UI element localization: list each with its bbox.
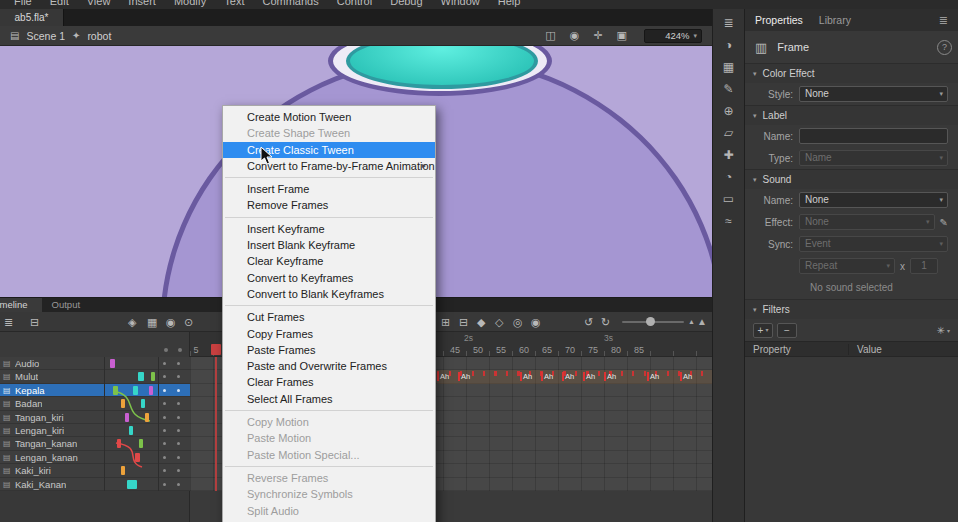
edit-envelope-icon[interactable]: ✎ xyxy=(940,217,948,228)
menu-item-create-shape-tween[interactable]: Create Shape Tween xyxy=(223,125,435,141)
menu-item-paste-motion[interactable]: Paste Motion xyxy=(223,430,435,446)
timeline-menu-icon[interactable]: ≣ xyxy=(4,312,13,332)
help-icon[interactable]: ? xyxy=(937,40,952,55)
layer-lock-dot[interactable] xyxy=(177,456,180,459)
layer-lock-dot[interactable] xyxy=(177,483,180,486)
transform-icon[interactable]: ▱ xyxy=(724,127,733,140)
menu-item-convert-to-blank-keyframes[interactable]: Convert to Blank Keyframes xyxy=(223,286,435,302)
menu-item-convert-to-keyframes[interactable]: Convert to Keyframes xyxy=(223,270,435,286)
motion-editor-icon[interactable]: ≈ xyxy=(725,215,732,228)
menu-item-cut-frames[interactable]: Cut Frames xyxy=(223,309,435,325)
menu-item-synchronize-symbols[interactable]: Synchronize Symbols xyxy=(223,486,435,502)
onion-skin-icon[interactable]: ◎ xyxy=(513,312,523,332)
menu-item-clear-keyframe[interactable]: Clear Keyframe xyxy=(223,253,435,269)
tab-output[interactable]: Output xyxy=(42,298,91,312)
layer-row-tangan_kiri[interactable]: ▤Tangan_kiri xyxy=(0,411,190,424)
insert-blank-keyframe-icon[interactable]: ◇ xyxy=(495,312,503,332)
layer-visibility-dot[interactable] xyxy=(163,375,166,378)
layer-lock-dot[interactable] xyxy=(177,389,180,392)
style-select[interactable]: None xyxy=(799,86,948,102)
menubar-item-edit[interactable]: Edit xyxy=(50,0,69,8)
history-icon[interactable]: ◔ xyxy=(725,171,732,184)
layer-visibility-dot[interactable] xyxy=(163,483,166,486)
info-icon[interactable]: ⊕ xyxy=(723,105,733,118)
menu-item-paste-motion-special[interactable]: Paste Motion Special... xyxy=(223,447,435,463)
brushes-icon[interactable]: ✎ xyxy=(723,83,733,96)
layer-row-lengan_kanan[interactable]: ▤Lengan_kanan xyxy=(0,451,190,464)
menu-item-reverse-frames[interactable]: Reverse Frames xyxy=(223,470,435,486)
tab-library[interactable]: Library xyxy=(819,14,851,26)
show-all-layers-icon[interactable]: ◉ xyxy=(166,312,176,332)
keyframe-view-icon[interactable]: ◈ xyxy=(128,312,136,332)
menubar-item-view[interactable]: View xyxy=(87,0,111,8)
stage-center-icon[interactable]: ▣ xyxy=(617,29,627,42)
collapse-panels-icon[interactable]: ≣ xyxy=(723,17,733,30)
sound-repeat-select[interactable]: Repeat xyxy=(799,258,895,274)
layer-lock-dot[interactable] xyxy=(177,362,180,365)
layer-visibility-dot[interactable] xyxy=(163,469,166,472)
section-label[interactable]: ▾ Label xyxy=(745,105,958,125)
scene-icon[interactable]: ▭ xyxy=(723,193,734,206)
layer-lock-dot[interactable] xyxy=(177,416,180,419)
menu-item-create-motion-tween[interactable]: Create Motion Tween xyxy=(223,109,435,125)
layer-visibility-dot[interactable] xyxy=(163,389,166,392)
label-name-input[interactable] xyxy=(799,128,948,144)
layer-visibility-dot[interactable] xyxy=(163,442,166,445)
onion-skin-outline-icon[interactable]: ◉ xyxy=(531,312,541,332)
layer-visibility-dot[interactable] xyxy=(163,402,166,405)
menubar-item-debug[interactable]: Debug xyxy=(390,0,422,8)
layer-row-kaki_kanan[interactable]: ▤Kaki_Kanan xyxy=(0,478,190,491)
menubar-item-window[interactable]: Window xyxy=(441,0,480,8)
layer-row-mulut[interactable]: ▤Mulut xyxy=(0,370,190,383)
scene-breadcrumb[interactable]: Scene 1 xyxy=(26,30,65,42)
zoom-in-frames-icon[interactable]: ▲ xyxy=(697,312,707,332)
section-color-effect[interactable]: ▾ Color Effect xyxy=(745,63,958,83)
menu-item-insert-keyframe[interactable]: Insert Keyframe xyxy=(223,221,435,237)
sound-name-select[interactable]: None xyxy=(799,192,948,208)
menu-item-copy-motion[interactable]: Copy Motion xyxy=(223,414,435,430)
add-filter-button[interactable]: + ▾ xyxy=(753,323,773,338)
step-forward-icon[interactable]: ↻ xyxy=(601,312,610,332)
layer-lock-dot[interactable] xyxy=(177,375,180,378)
menu-item-copy-frames[interactable]: Copy Frames xyxy=(223,326,435,342)
menubar-item-commands[interactable]: Commands xyxy=(262,0,318,8)
symbol-breadcrumb[interactable]: robot xyxy=(87,30,111,42)
menu-item-insert-blank-keyframe[interactable]: Insert Blank Keyframe xyxy=(223,237,435,253)
menubar-item-text[interactable]: Text xyxy=(224,0,244,8)
insert-keyframe-icon[interactable]: ◆ xyxy=(477,312,485,332)
menubar-item-help[interactable]: Help xyxy=(498,0,521,8)
loop-playback-icon[interactable]: ↺ xyxy=(584,312,593,332)
menu-item-paste-frames[interactable]: Paste Frames xyxy=(223,342,435,358)
layer-lock-dot[interactable] xyxy=(177,402,180,405)
layer-row-audio[interactable]: ▤Audio xyxy=(0,357,190,370)
crosshair-icon[interactable]: ✛ xyxy=(593,29,602,42)
menu-item-convert-to-frame-by-frame-animation[interactable]: Convert to Frame-by-Frame Animation▸ xyxy=(223,158,435,174)
zoom-dropdown[interactable]: 424% ▾ xyxy=(644,29,702,43)
layer-visibility-dot[interactable] xyxy=(163,429,166,432)
repeat-count-field[interactable]: 1 xyxy=(910,258,938,274)
timeline-zoom-knob[interactable] xyxy=(646,317,655,326)
menubar-item-control[interactable]: Control xyxy=(337,0,372,8)
tab-properties[interactable]: Properties xyxy=(755,14,803,26)
layer-row-lengan_kiri[interactable]: ▤Lengan_kiri xyxy=(0,424,190,437)
sound-effect-select[interactable]: None xyxy=(799,214,935,230)
section-filters[interactable]: ▾ Filters xyxy=(745,299,958,319)
layer-row-kaki_kiri[interactable]: ▤Kaki_kiri xyxy=(0,464,190,477)
section-sound[interactable]: ▾ Sound xyxy=(745,169,958,189)
outline-view-icon[interactable]: ⊙ xyxy=(184,312,193,332)
layer-visibility-dot[interactable] xyxy=(163,456,166,459)
swatches-icon[interactable]: ▦ xyxy=(723,61,734,74)
insert-frame-icon[interactable]: ⊞ xyxy=(441,312,450,332)
remove-filter-button[interactable]: − xyxy=(777,323,797,338)
sound-sync-select[interactable]: Event xyxy=(799,236,948,252)
layer-visibility-dot[interactable] xyxy=(163,362,166,365)
menu-item-paste-and-overwrite-frames[interactable]: Paste and Overwrite Frames xyxy=(223,358,435,374)
playhead[interactable] xyxy=(211,344,221,355)
layer-row-kepala[interactable]: ▤Kepala xyxy=(0,384,190,397)
filter-options-button[interactable]: ✳ ▾ xyxy=(937,325,950,336)
menu-item-create-classic-tween[interactable]: Create Classic Tween xyxy=(223,142,435,158)
panel-menu-icon[interactable]: ≣ xyxy=(939,14,948,27)
layer-lock-dot[interactable] xyxy=(177,442,180,445)
paint-bucket-icon[interactable]: ◉ xyxy=(570,29,580,42)
remove-frame-icon[interactable]: ⊟ xyxy=(459,312,468,332)
